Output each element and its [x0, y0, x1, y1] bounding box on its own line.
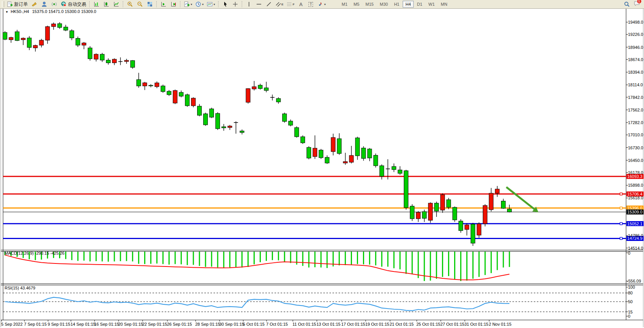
- candle: [319, 149, 323, 159]
- time-tick-label: 9 Sep 01:15: [48, 322, 70, 326]
- candle: [483, 204, 487, 226]
- arrows-tool-button[interactable]: ▾: [316, 0, 327, 8]
- new-order-icon: [7, 1, 13, 7]
- dropdown-icon[interactable]: ▼: [5, 10, 8, 14]
- templates-button[interactable]: ▾: [206, 0, 216, 8]
- candlestick-mode-button[interactable]: [102, 0, 111, 8]
- tab-timeframe-m1[interactable]: M1: [339, 1, 350, 8]
- candle: [204, 113, 208, 126]
- text-label-letter: T: [308, 2, 313, 7]
- trendline-tool-button[interactable]: [264, 0, 273, 8]
- tab-timeframe-m5[interactable]: M5: [351, 1, 362, 8]
- time-tick-label: 13 Oct 01:15: [316, 322, 340, 326]
- toolbar-separator: [89, 1, 90, 7]
- periods-button[interactable]: ▾: [194, 0, 205, 8]
- chevron-down-icon: ▾: [202, 3, 204, 6]
- time-tick-label: 28 Sep 01:15: [195, 322, 220, 326]
- arrow-objects-icon: [317, 1, 323, 7]
- bar-chart-mode-button[interactable]: [92, 0, 101, 8]
- chevron-down-icon: ▾: [324, 3, 326, 6]
- tab-timeframe-w1[interactable]: W1: [426, 1, 438, 8]
- chart-title-ohlc: 15375.0 15471.0 15300.0 15309.0: [32, 9, 96, 14]
- text-tool-button[interactable]: A: [296, 0, 305, 8]
- crosshair-icon: [232, 1, 238, 7]
- notification-badge: 1: [637, 0, 642, 4]
- channel-icon: [275, 1, 281, 7]
- template-icon: [207, 1, 213, 7]
- price-tick-label: 15898.0: [628, 183, 643, 187]
- price-tick-label: 17562.0: [628, 108, 643, 112]
- search-button[interactable]: [622, 0, 631, 8]
- candle: [283, 113, 287, 123]
- zoom-out-button[interactable]: [135, 0, 145, 8]
- time-tick-label: 30 Sep 01:15: [219, 322, 244, 326]
- toolbar-separator: [242, 1, 243, 7]
- level-handle[interactable]: [620, 193, 622, 195]
- chevron-down-icon: ▾: [191, 3, 192, 6]
- fibonacci-icon: [286, 1, 292, 7]
- time-tick-label: 26 Sep 01:15: [167, 322, 192, 326]
- price-tick-label: 16730.0: [628, 145, 643, 150]
- metaeditor-button[interactable]: [30, 0, 39, 8]
- vertical-line-tool-button[interactable]: [244, 0, 254, 8]
- toolbar-separator: [218, 1, 219, 7]
- profile-button[interactable]: [40, 0, 49, 8]
- autotrading-button[interactable]: 自动交易: [59, 0, 87, 8]
- candle: [161, 85, 165, 93]
- horizontal-line-tool-button[interactable]: [254, 0, 263, 8]
- candle: [404, 170, 408, 210]
- zoom-in-button[interactable]: [125, 0, 135, 8]
- new-order-label: 新订单: [14, 1, 28, 8]
- tab-timeframe-m15[interactable]: M15: [363, 1, 376, 8]
- price-tick-label: 18394.0: [628, 70, 643, 74]
- chart-title: ▼HK50-,H415375.0 15471.0 15300.0 15309.0: [5, 9, 96, 14]
- level-handle[interactable]: [620, 207, 622, 209]
- channel-letter: E: [281, 3, 283, 6]
- level-handle[interactable]: [620, 237, 622, 239]
- time-tick-label: 20 Sep 01:15: [118, 322, 143, 326]
- toolbar-separator: [180, 1, 181, 7]
- cursor-tool-button[interactable]: [221, 0, 230, 8]
- auto-scroll-button[interactable]: [169, 0, 178, 8]
- horizontal-line-icon: [256, 1, 262, 7]
- time-tick-label: 5 Sep 2022: [1, 322, 22, 326]
- candle: [209, 108, 214, 118]
- tab-timeframe-d1[interactable]: D1: [414, 1, 425, 8]
- price-tick-label: 19226.0: [628, 32, 643, 37]
- chat-button[interactable]: 1: [632, 0, 641, 8]
- tab-timeframe-h1[interactable]: H1: [391, 1, 402, 8]
- tab-timeframe-mn[interactable]: MN: [438, 1, 450, 8]
- bar-chart-icon: [93, 1, 100, 7]
- fibonacci-tool-button[interactable]: F: [285, 0, 296, 8]
- tab-timeframe-h4[interactable]: H4: [403, 1, 413, 8]
- macd-zero-label: 0: [628, 251, 630, 255]
- candle: [88, 46, 92, 61]
- chart-canvas[interactable]: 16093.315706.415396.015309.015052.114724…: [0, 9, 644, 328]
- price-tick-label: 18946.0: [628, 45, 643, 50]
- indicators-button[interactable]: ▾: [183, 0, 193, 8]
- line-chart-icon: [113, 1, 119, 7]
- tab-timeframe-m30[interactable]: M30: [377, 1, 390, 8]
- crosshair-tool-button[interactable]: [231, 0, 240, 8]
- text-label-tool-button[interactable]: T: [306, 0, 315, 8]
- profile-icon: [41, 1, 47, 7]
- chart-shift-button[interactable]: [159, 0, 168, 8]
- signal-button[interactable]: [50, 0, 59, 8]
- candle: [428, 202, 432, 223]
- rsi-tick-label: 0: [628, 314, 630, 318]
- channel-tool-button[interactable]: E: [274, 0, 284, 8]
- vertical-line-icon: [246, 1, 252, 7]
- chart-window: 16093.315706.415396.015309.015052.114724…: [0, 9, 644, 328]
- candle: [173, 90, 177, 104]
- rsi-tick-label: 80: [628, 291, 633, 295]
- level-handle[interactable]: [620, 223, 622, 225]
- new-order-button[interactable]: 新订单: [6, 0, 29, 8]
- price-tick-label: 14786.0: [628, 233, 643, 238]
- time-tick-label: 5 Oct 01:15: [243, 322, 265, 326]
- toolbar-separator: [156, 1, 157, 7]
- price-tick-label: 15618.0: [628, 196, 643, 200]
- zoom-in-icon: [127, 1, 133, 7]
- tile-windows-button[interactable]: [145, 0, 154, 8]
- line-chart-mode-button[interactable]: [112, 0, 121, 8]
- price-tick-label: 18674.0: [628, 57, 643, 62]
